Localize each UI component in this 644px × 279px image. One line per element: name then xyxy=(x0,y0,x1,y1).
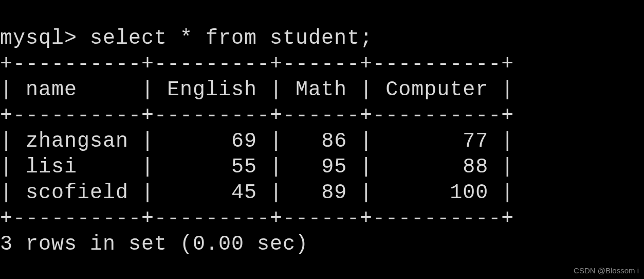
cell-computer: 88 xyxy=(463,155,488,179)
table-header-border: +----------+---------+------+----------+ xyxy=(0,104,514,127)
table-header-row: | name | English | Math | Computer | xyxy=(0,78,514,101)
table-row: | lisi | 55 | 95 | 88 | xyxy=(0,155,514,179)
status-line: 3 rows in set (0.00 sec) xyxy=(0,233,308,256)
terminal-output: mysql> select * from student; +---------… xyxy=(0,0,644,257)
prompt-text: mysql> xyxy=(0,27,77,50)
cell-math: 86 xyxy=(321,130,347,153)
col-header-computer: Computer xyxy=(385,78,488,101)
col-header-english: English xyxy=(167,78,257,101)
cell-math: 89 xyxy=(321,181,347,204)
table-row: | zhangsan | 69 | 86 | 77 | xyxy=(0,130,514,153)
cell-name: lisi xyxy=(26,155,77,179)
watermark-text: CSDN @Blossom i xyxy=(574,266,639,276)
cell-math: 95 xyxy=(321,155,347,179)
cell-english: 69 xyxy=(231,130,257,153)
cell-name: scofield xyxy=(26,181,128,204)
cell-english: 55 xyxy=(231,155,257,179)
table-top-border: +----------+---------+------+----------+ xyxy=(0,53,514,76)
cell-name: zhangsan xyxy=(26,130,128,153)
sql-query: select * from student; xyxy=(90,27,373,50)
table-row: | scofield | 45 | 89 | 100 | xyxy=(0,181,514,204)
col-header-math: Math xyxy=(296,78,347,101)
cell-english: 45 xyxy=(231,181,257,204)
cell-computer: 77 xyxy=(463,130,488,153)
mysql-prompt[interactable]: mysql> select * from student; xyxy=(0,27,373,50)
cell-computer: 100 xyxy=(450,181,488,204)
col-header-name: name xyxy=(26,78,77,101)
table-bottom-border: +----------+---------+------+----------+ xyxy=(0,207,514,230)
